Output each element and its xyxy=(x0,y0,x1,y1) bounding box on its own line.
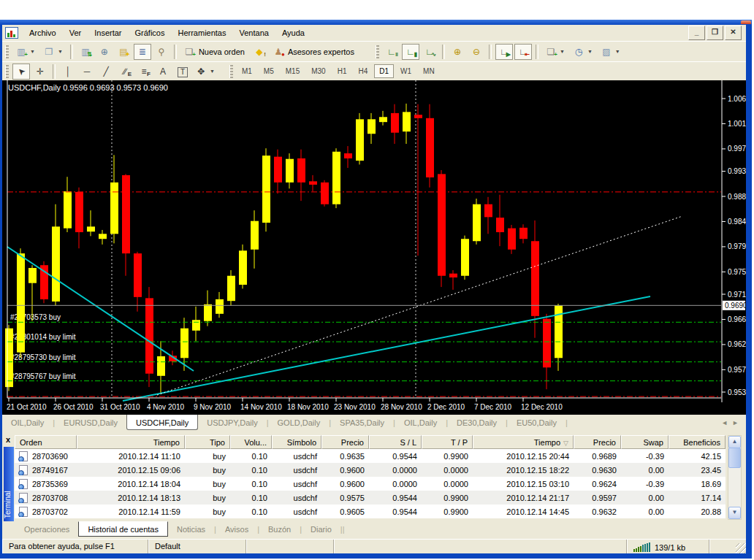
column-header-swap[interactable]: Swap xyxy=(621,435,669,449)
menu-archivo[interactable]: Archivo xyxy=(23,26,63,39)
toolbar-handle[interactable] xyxy=(229,65,233,78)
timeframe-mn[interactable]: MN xyxy=(418,64,440,78)
history-table-scrollbar[interactable]: ▲ ▼ xyxy=(728,435,742,520)
horizontal-line-button[interactable]: ─ xyxy=(78,64,96,80)
fibonacci-button[interactable]: ≡F xyxy=(135,64,153,80)
table-row[interactable]: 287491672010.12.15 09:06buy0.10usdchf0.9… xyxy=(15,463,726,477)
column-header-tp[interactable]: T / P xyxy=(422,435,473,449)
column-header-volu[interactable]: Volu... xyxy=(230,435,272,449)
column-header-tipo[interactable]: Tipo xyxy=(185,435,230,449)
chevron-down-icon[interactable]: ▼ xyxy=(587,49,593,54)
menu-ayuda[interactable]: Ayuda xyxy=(275,26,311,39)
text-label-button[interactable]: T xyxy=(173,64,191,80)
chart-tab-de30[interactable]: DE30,Daily xyxy=(448,416,506,429)
chart-line-button[interactable]: ∟∿ xyxy=(421,44,438,60)
chart-tab-oil[interactable]: OIL,Daily xyxy=(2,416,53,429)
chevron-down-icon[interactable]: ▼ xyxy=(57,49,64,54)
toolbar-handle[interactable] xyxy=(5,45,9,58)
chart-minimize-button[interactable]: _ xyxy=(688,26,705,40)
chart-tab-eu50[interactable]: EU50,Daily xyxy=(508,416,566,429)
chart-tab-usdchf[interactable]: USDCHF,Daily xyxy=(126,415,198,430)
column-header-precio[interactable]: Precio xyxy=(321,435,369,449)
table-row[interactable]: 287353692010.12.14 18:04buy0.10usdchf0.9… xyxy=(15,477,726,491)
chart-tab-usdjpy[interactable]: USDJPY,Daily xyxy=(198,416,267,429)
terminal-tab-historial-de-cuentas[interactable]: Historial de cuentas xyxy=(78,521,168,537)
chevron-down-icon[interactable]: ▼ xyxy=(614,49,621,54)
navigator-button[interactable]: ▤✦ xyxy=(115,44,132,60)
scroll-up-icon[interactable]: ▲ xyxy=(728,436,741,448)
tab-scroll-right-icon[interactable]: ► xyxy=(732,419,739,426)
strategy-tester-button[interactable]: ⚲ xyxy=(153,44,170,60)
timeframe-m30[interactable]: M30 xyxy=(306,64,330,78)
table-row[interactable]: 287036902010.12.14 11:10buy0.10usdchf0.9… xyxy=(15,449,726,463)
column-header-tiempo[interactable]: Tiempo xyxy=(77,435,185,449)
chart-tab-eurusd[interactable]: EURUSD,Daily xyxy=(55,416,126,429)
scrollbar-thumb[interactable] xyxy=(728,448,741,468)
profiles-button[interactable]: ❐▼ xyxy=(40,44,66,60)
arrow-tools-button[interactable]: ✥▼ xyxy=(192,64,218,80)
table-row[interactable]: 287037022010.12.14 11:59buy0.10usdchf0.9… xyxy=(15,505,726,518)
chevron-down-icon[interactable]: ▼ xyxy=(559,49,566,54)
column-header-tiempo[interactable]: Tiempo▽ xyxy=(473,435,574,449)
table-row[interactable]: 287037082010.12.14 18:13buy0.10usdchf0.9… xyxy=(15,491,726,505)
terminal-button[interactable]: ≣ xyxy=(134,44,151,60)
metaeditor-button[interactable]: ◆! xyxy=(251,44,268,60)
menu-herramientas[interactable]: Herramientas xyxy=(171,26,232,39)
resize-grip[interactable] xyxy=(736,543,746,553)
auto-scroll-button[interactable]: ∟▶ xyxy=(495,44,513,60)
periods-button[interactable]: ◷▼ xyxy=(570,44,596,60)
timeframe-h4[interactable]: H4 xyxy=(353,64,373,78)
zoom-out-button[interactable]: ⊖ xyxy=(468,44,485,60)
terminal-tab-buzon[interactable]: Buzón xyxy=(259,523,300,536)
chart-close-button[interactable]: ✕ xyxy=(725,26,742,40)
equidistant-channel-button[interactable]: ∕∕E xyxy=(116,64,134,80)
timeframe-h1[interactable]: H1 xyxy=(332,64,352,78)
chevron-down-icon[interactable]: ▼ xyxy=(29,49,36,54)
menu-ver[interactable]: Ver xyxy=(63,26,88,39)
expert-advisors-button[interactable]: ♟●Asesores expertos xyxy=(270,44,359,60)
new-chart-button[interactable]: ▥+▼ xyxy=(12,44,39,60)
menu-ventana[interactable]: Ventana xyxy=(233,26,275,39)
tab-scroll-left-icon[interactable]: ◄ xyxy=(721,419,728,426)
new-order-button[interactable]: ❏+Nueva orden xyxy=(180,44,249,60)
column-header-beneficios[interactable]: Beneficios xyxy=(669,435,726,449)
timeframe-w1[interactable]: W1 xyxy=(395,64,416,78)
column-header-orden[interactable]: Orden xyxy=(15,435,77,449)
menu-insertar[interactable]: Insertar xyxy=(88,26,128,39)
terminal-tab-operaciones[interactable]: Operaciones xyxy=(15,523,78,536)
market-watch-button[interactable]: ▥⇅ xyxy=(77,44,94,60)
text-button[interactable]: A xyxy=(154,64,172,80)
chevron-down-icon[interactable]: ▼ xyxy=(209,69,216,74)
timeframe-m5[interactable]: M5 xyxy=(259,64,279,78)
trendline-button[interactable]: ╱ xyxy=(97,64,115,80)
chart-candles-button[interactable]: ∟▮ xyxy=(402,44,419,60)
pointer-button[interactable]: ➤ xyxy=(12,64,30,80)
timeframe-d1[interactable]: D1 xyxy=(374,64,394,78)
zoom-in-button[interactable]: ⊕ xyxy=(449,44,466,60)
menu-graficos[interactable]: Gráficos xyxy=(129,26,172,39)
terminal-tab-diario[interactable]: Diario xyxy=(302,523,340,536)
column-header-precio[interactable]: Precio xyxy=(574,435,621,449)
chart-bars-button[interactable]: ∟‖ xyxy=(383,44,400,60)
chart-tab-gold[interactable]: GOLD,Daily xyxy=(269,416,330,429)
chart-restore-button[interactable]: ❐ xyxy=(707,26,723,40)
crosshair-button[interactable]: ✛ xyxy=(31,64,49,80)
indicators-button[interactable]: ❏+▼ xyxy=(542,44,568,60)
scroll-down-icon[interactable]: ▼ xyxy=(728,507,741,519)
data-window-button[interactable]: ⊕ xyxy=(96,44,113,60)
chart-tab-spa35[interactable]: SPA35,Daily xyxy=(331,416,393,429)
terminal-tab-avisos[interactable]: Avisos xyxy=(216,523,257,536)
toolbar-handle[interactable] xyxy=(5,65,9,78)
timeframe-m15[interactable]: M15 xyxy=(281,64,305,78)
chart-shift-button[interactable]: ∟⇤ xyxy=(514,44,532,60)
vertical-line-button[interactable]: │ xyxy=(59,64,77,80)
column-header-sl[interactable]: S / L xyxy=(369,435,422,449)
templates-button[interactable]: ▨▼ xyxy=(598,44,624,60)
chart-area[interactable]: #28703573 buy#28801014 buy limit#2879573… xyxy=(2,80,746,415)
column-header-smbolo[interactable]: Símbolo xyxy=(272,435,321,449)
terminal-tab-noticias[interactable]: Noticias xyxy=(168,523,214,536)
terminal-close-icon[interactable]: x xyxy=(4,435,12,445)
timeframe-m1[interactable]: M1 xyxy=(237,64,257,78)
toolbar-handle[interactable] xyxy=(376,45,379,58)
main-close-icon[interactable] xyxy=(741,20,751,24)
